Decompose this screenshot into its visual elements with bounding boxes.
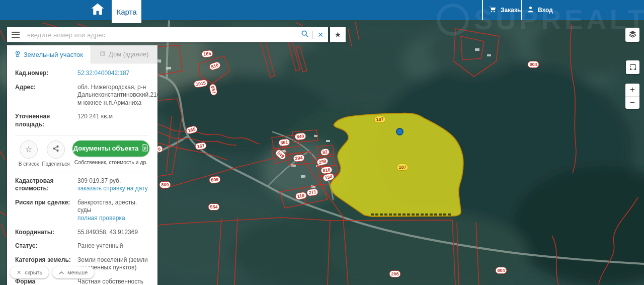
menu-button[interactable] [7,27,24,42]
tab-map[interactable]: Карта [112,0,141,23]
field-value: обл. Нижегородская, р-н Дальнеконстантин… [77,84,160,107]
orders-button[interactable]: Заказы [488,0,522,20]
user-icon [527,6,534,15]
close-icon: ✕ [317,31,324,39]
app-window: 1871871658101015857165167861840849294822… [0,0,644,285]
field-value: 52:32:0400042:187 [77,69,149,78]
field-label: Риски при сделке: [15,199,77,223]
cart-icon [488,6,497,15]
divider [15,135,149,135]
field-label: Статус: [15,242,77,250]
parcel-label[interactable]: 554 [208,203,219,210]
search-bar: ✕ [7,27,328,42]
field-label: Кад.номер: [15,69,77,78]
clear-search-button[interactable]: ✕ [313,27,328,42]
share-label: Поделиться [42,161,69,167]
parcel-label[interactable]: 804 [527,61,539,68]
search-input[interactable] [24,31,297,39]
info-row: Уточненная площадь:120 241 кв.м [15,113,149,128]
divider [15,172,149,172]
field-link[interactable]: полная проверка [77,215,149,223]
document-icon [142,144,148,153]
login-label: Вход [538,7,553,14]
hide-panel-label: скрыть [25,269,42,275]
orders-label: Заказы [501,7,522,14]
field-value: 120 241 кв.м [77,113,149,128]
tab-land-parcel-label: Земельный участок [24,51,83,58]
field-value: Ранее учтенный [77,242,149,250]
info-row: Риски при сделке:банкротства, аресты, су… [15,199,149,223]
field-value-link[interactable]: 52:32:0400042:187 [77,69,129,77]
tab-map-label: Карта [116,8,136,16]
info-row: Кад.номер:52:32:0400042:187 [15,69,149,78]
map-pin-icon [15,50,21,59]
building-icon [100,50,106,58]
close-icon: ✕ [17,269,21,276]
parcel-info-panel: Земельный участок Дом (здание) Кад.номер… [7,45,157,285]
parcel-label[interactable]: 187 [374,115,386,123]
field-label: Форма собственности: [15,278,77,285]
field-value: 309 019.37 руб.заказать справку на дату [77,177,149,193]
field-label: Адрес: [15,84,77,107]
info-row: Кадастровая стоимость:309 019.37 руб.зак… [15,177,149,193]
field-value: 55.849358, 43.912369 [77,229,149,237]
info-row: Координаты:55.849358, 43.912369 [15,229,149,237]
collapse-panel-button[interactable]: меньше [52,266,94,278]
top-bar: Карта Заказы Вход [0,0,644,20]
object-documents-label: Документы объекта [73,145,138,152]
zoom-out-button[interactable]: − [625,97,639,109]
zoom-control: + − [625,84,639,109]
search-submit-button[interactable] [297,27,312,42]
home-button[interactable] [87,2,109,18]
hide-panel-button[interactable]: ✕ скрыть [10,266,49,278]
search-icon [301,30,309,40]
login-button[interactable]: Вход [527,0,553,20]
object-documents-button[interactable]: Документы объекта [72,140,149,157]
measure-area-icon [629,62,637,73]
add-to-list-label: В список [19,161,39,167]
topbar-divider [521,0,522,20]
action-buttons-row: ☆ В список Поделиться Документы объекта [15,140,149,167]
info-row: Форма собственности:Частная собственност… [15,278,149,285]
topbar-divider [482,0,483,20]
tab-building-label: Дом (здание) [109,50,149,58]
chevron-up-icon [59,269,64,275]
tab-building[interactable]: Дом (здание) [91,45,157,63]
parcel-label[interactable]: 804 [495,267,507,274]
object-documents-sublabel: Собственник, стоимость и др. [74,159,147,165]
layers-icon [628,30,637,40]
parcel-main-fields: Кад.номер:52:32:0400042:187Адрес:обл. Ни… [15,69,149,129]
share-button[interactable]: Поделиться [42,140,69,167]
info-row: Статус:Ранее учтенный [15,242,149,250]
field-value: банкротства, аресты, судыполная проверка [77,199,149,223]
collapse-panel-label: меньше [67,269,88,275]
zoom-in-button[interactable]: + [625,84,639,97]
parcel-label[interactable]: 206 [389,270,400,277]
home-icon [89,2,106,19]
parcel-label[interactable]: 187 [396,164,408,171]
layers-button[interactable] [625,28,639,42]
info-row: Адрес:обл. Нижегородская, р-н Дальнеконс… [15,84,149,107]
field-link[interactable]: заказать справку на дату [77,185,149,193]
star-icon: ★ [335,30,341,39]
panel-tabs: Земельный участок Дом (здание) [7,45,157,63]
selected-point-marker[interactable] [396,128,404,135]
field-value: Частная собственность [77,278,149,285]
share-icon [52,145,59,154]
field-label: Кадастровая стоимость: [15,177,77,193]
tab-land-parcel[interactable]: Земельный участок [7,45,91,63]
add-to-list-button[interactable]: ☆ В список [15,140,42,167]
star-outline-icon: ☆ [25,145,32,154]
parcel-label[interactable]: 809 [159,181,171,188]
favorites-button[interactable]: ★ [330,27,346,42]
field-label: Уточненная площадь: [15,113,77,128]
measure-area-button[interactable] [626,60,639,74]
field-label: Координаты: [15,229,77,237]
